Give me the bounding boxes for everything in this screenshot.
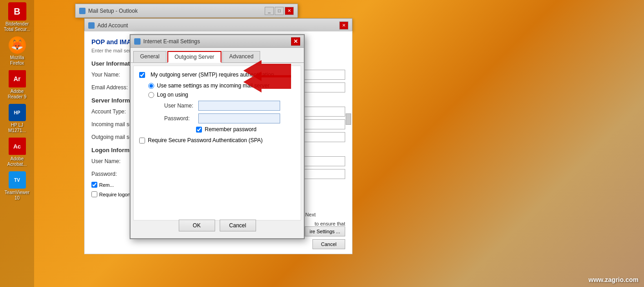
dialog-close-btn[interactable]: ✕	[291, 37, 300, 46]
use-same-settings-label: Use same settings as my incoming mail se…	[157, 82, 269, 89]
sidebar-item-teamviewer[interactable]: TV TeamViewer10	[2, 171, 32, 201]
adobe-reader-label: AdobeReader 9	[8, 89, 26, 100]
mail-setup-close-btn[interactable]: ✕	[285, 7, 294, 15]
spa-row: Require Secure Password Authentication (…	[139, 137, 295, 144]
mail-setup-window-icon	[79, 8, 86, 14]
windows-area: Mail Setup - Outlook _ □ ✕ Add Account ✕	[34, 0, 644, 287]
tab-advanced[interactable]: Advanced	[222, 51, 260, 63]
dialog-title-group: Internet E-mail Settings	[134, 38, 200, 45]
sidebar-item-firefox[interactable]: 🦊 MozillaFirefox	[2, 36, 32, 66]
bitdefender-label: Bitdefender Total Secur...	[2, 21, 32, 32]
dialog-buttons: OK Cancel	[131, 220, 304, 231]
mail-setup-titlebar: Mail Setup - Outlook _ □ ✕	[75, 4, 297, 18]
dialog-icon	[134, 38, 141, 45]
use-same-settings-radio[interactable]	[148, 83, 154, 89]
ok-label: OK	[193, 222, 201, 229]
adobe-reader-icon: Ar	[9, 70, 26, 87]
password-dialog-label: Password:	[164, 115, 198, 122]
tab-general-label: General	[140, 53, 160, 60]
sidebar-item-adobe-reader[interactable]: Ar AdobeReader 9	[2, 70, 32, 100]
log-on-using-row: Log on using	[148, 92, 295, 98]
use-same-settings-row: Use same settings as my incoming mail se…	[148, 82, 295, 89]
smtp-auth-row: My outgoing server (SMTP) requires authe…	[139, 72, 295, 78]
email-settings-dialog[interactable]: Internet E-mail Settings ✕ General Outgo…	[130, 34, 305, 239]
mail-setup-titlebar-buttons: _ □ ✕	[265, 7, 294, 15]
smtp-auth-label: My outgoing server (SMTP) requires authe…	[151, 72, 274, 78]
firefox-icon: 🦊	[9, 36, 26, 54]
hp-icon: HP	[9, 104, 26, 121]
dialog-title: Internet E-mail Settings	[143, 38, 200, 45]
more-settings-btn[interactable]: ire Settings ...	[305, 226, 345, 236]
remember-password-checkbox[interactable]	[196, 127, 202, 133]
mail-setup-window[interactable]: Mail Setup - Outlook _ □ ✕	[75, 4, 298, 17]
mail-setup-maximize-btn[interactable]: □	[275, 7, 284, 15]
hp-label: HP LJM1271...	[8, 123, 26, 133]
remember-password-label: Remember password	[205, 126, 257, 133]
dialog-body: My outgoing server (SMTP) requires authe…	[133, 66, 301, 220]
watermark: www.zagrio.com	[589, 276, 639, 283]
acrobat-label: AdobeAcrobat...	[7, 156, 27, 167]
remember-password-row: Remember password	[196, 126, 295, 133]
remember-checkbox[interactable]	[91, 182, 97, 188]
add-account-close-btn[interactable]: ✕	[339, 21, 348, 30]
firefox-label: MozillaFirefox	[10, 55, 24, 66]
cancel-dialog-label: Cancel	[229, 222, 246, 229]
username-label: User Name:	[164, 102, 198, 109]
mail-setup-title: Mail Setup - Outlook	[88, 8, 138, 14]
add-account-window[interactable]: Add Account ✕	[84, 18, 352, 31]
teamviewer-label: TeamViewer10	[5, 190, 30, 201]
sidebar-item-bitdefender[interactable]: B Bitdefender Total Secur...	[2, 2, 32, 32]
log-on-using-label: Log on using	[157, 92, 188, 98]
password-dialog-input[interactable]	[198, 113, 280, 123]
cancel-account-btn[interactable]: Cancel	[312, 239, 345, 249]
username-row: User Name:	[164, 101, 295, 111]
desktop-icons-bar: B Bitdefender Total Secur... 🦊 MozillaFi…	[0, 0, 34, 287]
to-ensure-text: to ensure that	[315, 221, 345, 226]
cancel-dialog-button[interactable]: Cancel	[220, 220, 256, 231]
dialog-titlebar: Internet E-mail Settings ✕	[131, 35, 304, 48]
require-logon-checkbox[interactable]	[91, 191, 97, 197]
add-account-title: Add Account	[97, 22, 128, 29]
add-account-titlebar: Add Account ✕	[85, 19, 352, 32]
remember-label: Rem...	[99, 182, 114, 188]
bitdefender-icon: B	[8, 2, 26, 20]
sidebar-item-hp[interactable]: HP HP LJM1271...	[2, 103, 32, 133]
spa-label: Require Secure Password Authentication (…	[148, 137, 263, 144]
tab-outgoing-server[interactable]: Outgoing Server	[167, 51, 221, 63]
mail-setup-minimize-btn[interactable]: _	[265, 7, 274, 15]
scroll-handle[interactable]	[346, 113, 351, 125]
spa-checkbox[interactable]	[139, 138, 145, 144]
auth-radio-group: Use same settings as my incoming mail se…	[148, 82, 295, 133]
logon-form: User Name: Password:	[164, 101, 295, 123]
tab-general[interactable]: General	[133, 51, 166, 63]
desktop: B Bitdefender Total Secur... 🦊 MozillaFi…	[0, 0, 644, 287]
tab-outgoing-label: Outgoing Server	[175, 54, 214, 60]
password-dialog-row: Password:	[164, 113, 295, 123]
username-input[interactable]	[198, 101, 280, 111]
log-on-using-radio[interactable]	[148, 92, 154, 98]
add-account-icon	[88, 22, 95, 29]
tab-advanced-label: Advanced	[229, 53, 253, 60]
smtp-auth-checkbox[interactable]	[139, 72, 145, 78]
sidebar-item-acrobat[interactable]: Ac AdobeAcrobat...	[2, 137, 32, 167]
teamviewer-icon: TV	[9, 171, 26, 189]
ok-button[interactable]: OK	[179, 220, 215, 231]
acrobat-icon: Ac	[9, 138, 26, 155]
tab-bar: General Outgoing Server Advanced	[131, 48, 304, 63]
add-account-titlebar-buttons: ✕	[339, 21, 348, 30]
description-text: to ensure that	[315, 221, 345, 226]
